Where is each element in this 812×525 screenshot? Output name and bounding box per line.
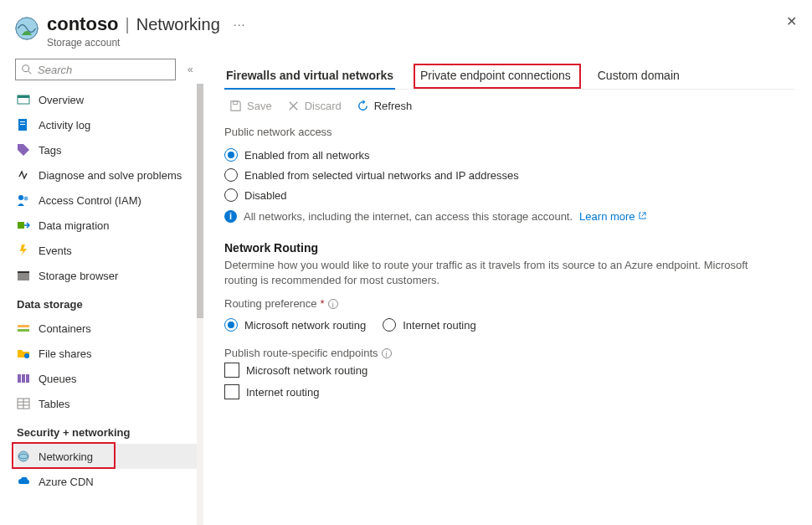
cdn-icon — [17, 475, 30, 488]
more-actions-button[interactable]: ··· — [234, 18, 246, 31]
tables-icon — [17, 397, 30, 410]
network-routing-description: Determine how you would like to route yo… — [224, 258, 760, 287]
discard-icon — [287, 100, 300, 112]
storage-account-icon — [15, 17, 39, 40]
nav: Overview Activity log Tags Diagnose and … — [15, 87, 203, 494]
tab-private-endpoints[interactable]: Private endpoint connections — [419, 65, 573, 89]
close-button[interactable]: ✕ — [786, 13, 797, 29]
external-link-icon — [638, 210, 647, 223]
containers-icon — [17, 322, 30, 335]
sidebar-item-tables[interactable]: Tables — [15, 391, 203, 416]
log-icon — [17, 118, 30, 131]
radio-icon — [383, 318, 396, 332]
browser-icon — [17, 269, 30, 282]
sidebar-item-activity-log[interactable]: Activity log — [15, 112, 203, 137]
svg-rect-8 — [20, 124, 25, 125]
tab-custom-domain[interactable]: Custom domain — [596, 65, 681, 89]
save-button[interactable]: Save — [229, 100, 272, 112]
resource-type-label: Storage account — [47, 37, 245, 49]
sidebar-item-data-migration[interactable]: Data migration — [15, 213, 203, 238]
sidebar-item-storage-browser[interactable]: Storage browser — [15, 263, 203, 288]
search-icon — [21, 64, 33, 75]
help-icon[interactable]: i — [382, 348, 392, 358]
toolbar: Save Discard Refresh — [224, 90, 795, 124]
blade-title: Networking — [136, 15, 220, 34]
sidebar-item-overview[interactable]: Overview — [15, 87, 203, 112]
sidebar-item-networking[interactable]: Networking — [15, 444, 203, 469]
events-icon — [17, 244, 30, 257]
sidebar-item-diagnose[interactable]: Diagnose and solve problems — [15, 162, 203, 188]
radio-icon — [224, 188, 238, 202]
info-message: i All networks, including the internet, … — [224, 210, 795, 223]
svg-rect-13 — [18, 271, 29, 273]
sidebar-scrollbar-thumb[interactable] — [197, 84, 203, 318]
checkbox-internet-routing[interactable]: Internet routing — [224, 381, 795, 403]
svg-line-3 — [28, 71, 32, 75]
learn-more-link[interactable]: Learn more — [579, 210, 647, 223]
publish-endpoints-label: Publish route-specific endpoints i — [224, 347, 795, 359]
sidebar: Search « Overview Activity log Tags Diag… — [0, 52, 204, 525]
search-placeholder: Search — [38, 64, 72, 76]
sidebar-item-containers[interactable]: Containers — [15, 316, 203, 341]
svg-rect-19 — [26, 374, 29, 383]
svg-point-9 — [18, 195, 23, 200]
nav-group-data-storage: Data storage — [15, 288, 203, 316]
svg-rect-12 — [18, 273, 29, 281]
svg-rect-5 — [18, 95, 29, 98]
svg-point-16 — [24, 353, 29, 358]
nav-group-security-networking: Security + networking — [15, 416, 203, 444]
collapse-sidebar-button[interactable]: « — [188, 64, 190, 75]
radio-icon — [224, 148, 238, 162]
radio-icon — [224, 168, 238, 182]
networking-icon — [17, 450, 30, 463]
svg-point-10 — [24, 197, 28, 201]
svg-rect-7 — [20, 121, 25, 122]
routing-preference-label: Routing preference* i — [224, 297, 795, 310]
checkbox-icon — [224, 363, 239, 378]
title-separator: | — [124, 15, 131, 34]
discard-button[interactable]: Discard — [287, 100, 342, 112]
overview-icon — [17, 93, 30, 106]
checkbox-microsoft-routing[interactable]: Microsoft network routing — [224, 359, 795, 381]
resource-title: contoso — [47, 13, 119, 35]
sidebar-item-events[interactable]: Events — [15, 238, 203, 263]
radio-disabled[interactable]: Disabled — [224, 185, 795, 205]
fileshares-icon — [17, 347, 30, 360]
radio-microsoft-routing[interactable]: Microsoft network routing — [224, 315, 366, 335]
refresh-icon — [357, 100, 369, 112]
checkbox-icon — [224, 384, 239, 399]
sidebar-item-queues[interactable]: Queues — [15, 366, 203, 391]
sidebar-search-input[interactable]: Search — [15, 59, 176, 80]
refresh-button[interactable]: Refresh — [357, 100, 413, 112]
main-content: Firewalls and virtual networks Private e… — [204, 52, 812, 525]
radio-enabled-selected[interactable]: Enabled from selected virtual networks a… — [224, 165, 795, 185]
sidebar-item-file-shares[interactable]: File shares — [15, 341, 203, 366]
svg-rect-15 — [18, 329, 29, 332]
tags-icon — [17, 143, 30, 157]
info-icon: i — [224, 210, 237, 223]
radio-enabled-all[interactable]: Enabled from all networks — [224, 145, 795, 165]
public-access-label: Public network access — [224, 126, 795, 138]
svg-point-2 — [23, 65, 29, 72]
sidebar-item-azure-cdn[interactable]: Azure CDN — [15, 469, 203, 494]
radio-internet-routing[interactable]: Internet routing — [383, 315, 475, 335]
migrate-icon — [17, 219, 30, 232]
save-icon — [229, 100, 242, 112]
svg-point-24 — [18, 451, 28, 461]
help-icon[interactable]: i — [328, 299, 338, 309]
radio-icon — [224, 318, 238, 332]
svg-rect-17 — [18, 374, 21, 383]
svg-rect-18 — [22, 374, 25, 383]
network-routing-heading: Network Routing — [224, 241, 795, 255]
tab-firewalls[interactable]: Firewalls and virtual networks — [224, 65, 395, 89]
iam-icon — [17, 193, 30, 207]
diagnose-icon — [17, 168, 30, 182]
tabs: Firewalls and virtual networks Private e… — [224, 65, 795, 90]
svg-rect-14 — [18, 325, 29, 327]
sidebar-item-tags[interactable]: Tags — [15, 137, 203, 162]
sidebar-item-iam[interactable]: Access Control (IAM) — [15, 188, 203, 213]
queues-icon — [17, 372, 30, 385]
svg-rect-11 — [18, 222, 24, 229]
